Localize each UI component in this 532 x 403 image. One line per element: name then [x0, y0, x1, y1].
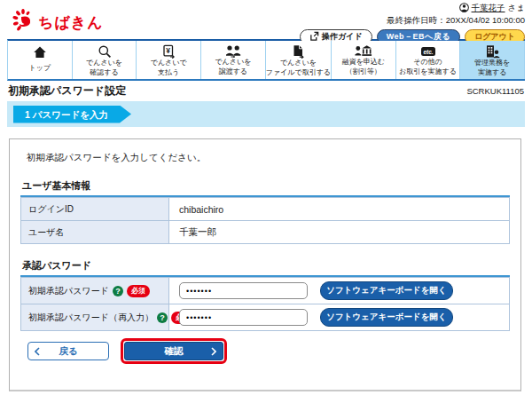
nav-item-densai-confirm[interactable]: でんさいを確認する	[73, 41, 137, 79]
initial-password-input[interactable]	[179, 282, 308, 299]
chevron-right-icon	[211, 347, 216, 358]
user-name-value: 千葉一郎	[169, 221, 510, 244]
bank-flower-icon	[12, 9, 34, 36]
bank-logo[interactable]: ちばきん	[12, 5, 104, 39]
svg-text:etc.: etc.	[423, 48, 433, 54]
initial-password-reenter-label: 初期承認パスワード（再入力）	[28, 312, 153, 324]
user-line: 千葉花子 さま	[459, 3, 525, 14]
confirm-button-label: 確認	[165, 345, 184, 356]
header-user-area: 千葉花子 さま 最終操作日時：20XX/04/02 10:00:00 操作ガイド…	[300, 2, 525, 39]
nav-item-label: でんさいを譲渡する	[215, 58, 251, 79]
nav-item-densai-file[interactable]: でんさいをファイルで取引する	[266, 41, 332, 79]
transfer-people-icon	[225, 44, 241, 58]
page-title: 初期承認パスワード設定	[8, 83, 126, 99]
initial-password-label-cell: 初期承認パスワード ? 必須	[21, 278, 169, 304]
bank-logo-text: ちばきん	[38, 12, 104, 33]
required-badge: 必須	[127, 285, 150, 297]
table-row: ユーザ名 千葉一郎	[21, 221, 510, 244]
nav-item-admin[interactable]: 管理業務を実施する	[460, 41, 525, 79]
nav-item-label: トップ	[29, 59, 51, 79]
nav-item-densai-transfer[interactable]: でんさいを譲渡する	[201, 41, 266, 79]
login-id-label: ログインID	[21, 198, 169, 221]
title-row: 初期承認パスワード設定 SCRKUK11105	[0, 81, 532, 101]
nav-item-label: でんさいをファイルで取引する	[266, 59, 331, 80]
footer-buttons: 戻る 確認	[27, 338, 510, 364]
step-indicator: 1 パスワードを入力	[13, 106, 131, 123]
help-icon[interactable]: ?	[113, 286, 123, 296]
login-id-value: chibaichiro	[169, 198, 510, 221]
nav-item-label: でんさいで支払う	[151, 59, 187, 80]
user-name-label: ユーザ名	[21, 221, 169, 244]
user-info-table: ログインID chibaichiro ユーザ名 千葉一郎	[20, 197, 510, 244]
admin-building-icon	[485, 44, 500, 59]
initial-password-reenter-input[interactable]	[179, 309, 308, 326]
content-panel: 初期承認パスワードを入力してください。 ユーザ基本情報 ログインID chiba…	[9, 138, 521, 391]
initial-password-reenter-label-cell: 初期承認パスワード（再入力） ? 必須	[21, 304, 169, 331]
user-suffix: さま	[508, 3, 525, 14]
step-bar: 1 パスワードを入力	[7, 101, 525, 127]
svg-text:¥: ¥	[167, 46, 171, 55]
initial-password-label: 初期承認パスワード	[28, 285, 109, 297]
nav-item-densai-pay[interactable]: ¥ でんさいで支払う	[137, 41, 201, 79]
click-highlight-annotation: 確認	[121, 338, 227, 364]
nav-item-label: でんさいを確認する	[86, 59, 122, 80]
table-row: 初期承認パスワード（再入力） ? 必須 ソフトウェアキーボードを開く	[21, 304, 510, 331]
back-button[interactable]: 戻る	[27, 342, 109, 360]
software-keyboard-button[interactable]: ソフトウェアキーボードを開く	[320, 308, 453, 327]
instruction-text: 初期承認パスワードを入力してください。	[27, 152, 510, 164]
app-header: ちばきん 千葉花子 さま 最終操作日時：20XX/04/02 10:00:00	[0, 0, 532, 39]
nav-item-label: 管理業務を実施する	[474, 59, 510, 80]
chevron-left-icon	[35, 347, 40, 358]
section-approval-password: 承認パスワード	[20, 259, 510, 277]
file-icon	[291, 44, 305, 59]
last-operation-datetime: 最終操作日時：20XX/04/02 10:00:00	[387, 15, 525, 27]
etc-icon: etc.	[420, 44, 436, 58]
nav-item-other[interactable]: etc. その他のお取引を実施する	[396, 41, 461, 79]
table-row: 初期承認パスワード ? 必須 ソフトウェアキーボードを開く	[21, 278, 510, 304]
nav-item-loan[interactable]: 融資を申込む（割引等）	[332, 41, 396, 79]
password-table: 初期承認パスワード ? 必須 ソフトウェアキーボードを開く 初期承認パスワード（…	[20, 277, 510, 331]
search-icon	[98, 44, 112, 59]
nav-item-label: その他のお取引を実施する	[399, 58, 457, 79]
help-icon[interactable]: ?	[157, 312, 168, 323]
main-nav: トップ でんさいを確認する ¥ でんさいで支払う	[7, 39, 525, 81]
initial-password-input-cell: ソフトウェアキーボードを開く	[169, 278, 510, 304]
confirm-button[interactable]: 確認	[124, 342, 223, 360]
table-row: ログインID chibaichiro	[21, 198, 510, 221]
person-icon	[459, 3, 469, 14]
home-icon	[33, 44, 47, 59]
back-button-label: 戻る	[59, 345, 77, 356]
section-user-info: ユーザ基本情報	[20, 179, 510, 197]
user-name-link[interactable]: 千葉花子	[472, 3, 505, 14]
nav-item-label: 融資を申込む（割引等）	[342, 58, 385, 79]
yen-document-icon: ¥	[161, 44, 176, 59]
initial-password-reenter-input-cell: ソフトウェアキーボードを開く	[169, 304, 510, 331]
screen-id: SCRKUK11105	[466, 86, 524, 96]
bank-loan-icon	[355, 44, 372, 58]
software-keyboard-button[interactable]: ソフトウェアキーボードを開く	[320, 281, 453, 300]
nav-item-top[interactable]: トップ	[8, 41, 73, 79]
